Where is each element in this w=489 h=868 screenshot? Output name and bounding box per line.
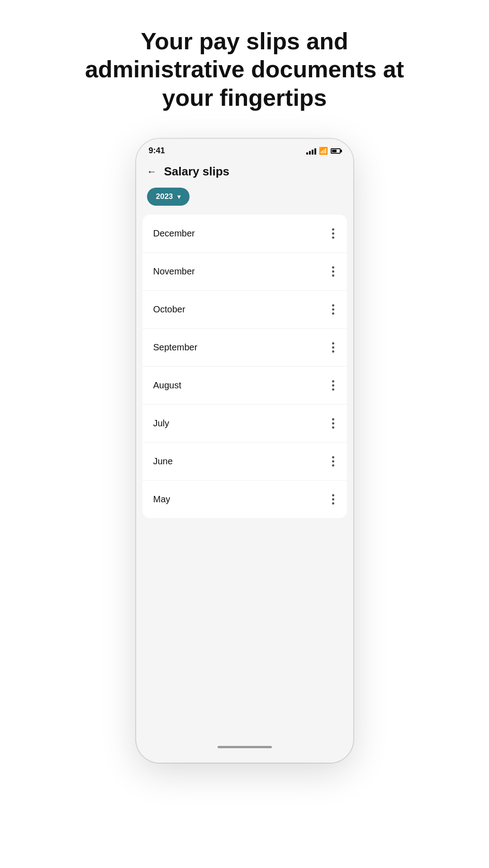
- dot: [332, 266, 334, 269]
- month-name: September: [153, 342, 198, 353]
- more-menu-button[interactable]: [330, 264, 336, 278]
- dot: [332, 422, 334, 425]
- more-menu-button[interactable]: [330, 492, 336, 506]
- list-item[interactable]: October: [142, 291, 347, 329]
- year-selector-container: 2023 ▾: [147, 188, 342, 206]
- dot: [332, 350, 334, 353]
- more-menu-button[interactable]: [330, 302, 336, 316]
- dot: [332, 342, 334, 344]
- dot: [332, 312, 334, 315]
- more-menu-button[interactable]: [330, 226, 336, 241]
- list-item[interactable]: December: [142, 215, 347, 253]
- dot: [332, 460, 334, 462]
- status-bar: 9:41 📶: [136, 139, 353, 159]
- page-title: Salary slips: [164, 165, 230, 179]
- list-item[interactable]: July: [142, 405, 347, 443]
- phone-frame: 9:41 📶 ← Salary slips 2023 ▾ December: [136, 139, 353, 763]
- dot: [332, 494, 334, 496]
- month-name: June: [153, 456, 173, 467]
- dot: [332, 270, 334, 273]
- more-menu-button[interactable]: [330, 454, 336, 468]
- dot: [332, 464, 334, 467]
- home-indicator: [136, 741, 353, 754]
- list-item[interactable]: May: [142, 481, 347, 518]
- dot: [332, 498, 334, 500]
- app-header: ← Salary slips: [136, 159, 353, 188]
- salary-slips-list: December November October: [142, 215, 347, 518]
- list-item[interactable]: June: [142, 443, 347, 481]
- dot: [332, 456, 334, 458]
- list-item[interactable]: August: [142, 367, 347, 405]
- chevron-down-icon: ▾: [177, 193, 180, 200]
- dot: [332, 388, 334, 391]
- more-menu-button[interactable]: [330, 416, 336, 430]
- month-name: May: [153, 494, 171, 505]
- dot: [332, 346, 334, 349]
- month-name: November: [153, 266, 195, 277]
- dot: [332, 274, 334, 277]
- home-bar: [218, 746, 272, 748]
- dot: [332, 384, 334, 387]
- month-name: August: [153, 380, 181, 391]
- dot: [332, 426, 334, 429]
- dot: [332, 228, 334, 231]
- month-name: October: [153, 304, 185, 315]
- year-label: 2023: [156, 192, 173, 201]
- page-headline: Your pay slips and administrative docume…: [75, 27, 414, 112]
- dot: [332, 380, 334, 382]
- back-button[interactable]: ←: [147, 166, 157, 178]
- more-menu-button[interactable]: [330, 378, 336, 392]
- wifi-icon: 📶: [319, 146, 328, 155]
- list-item[interactable]: September: [142, 329, 347, 367]
- dot: [332, 502, 334, 505]
- dot: [332, 236, 334, 239]
- battery-icon: [331, 148, 341, 154]
- list-item[interactable]: November: [142, 253, 347, 291]
- signal-icon: [306, 147, 316, 155]
- year-dropdown[interactable]: 2023 ▾: [147, 188, 190, 206]
- dot: [332, 418, 334, 420]
- more-menu-button[interactable]: [330, 340, 336, 354]
- month-name: July: [153, 418, 170, 429]
- status-time: 9:41: [149, 146, 165, 156]
- month-name: December: [153, 228, 195, 239]
- dot: [332, 232, 334, 235]
- status-icons: 📶: [306, 146, 341, 155]
- dot: [332, 308, 334, 311]
- dot: [332, 304, 334, 307]
